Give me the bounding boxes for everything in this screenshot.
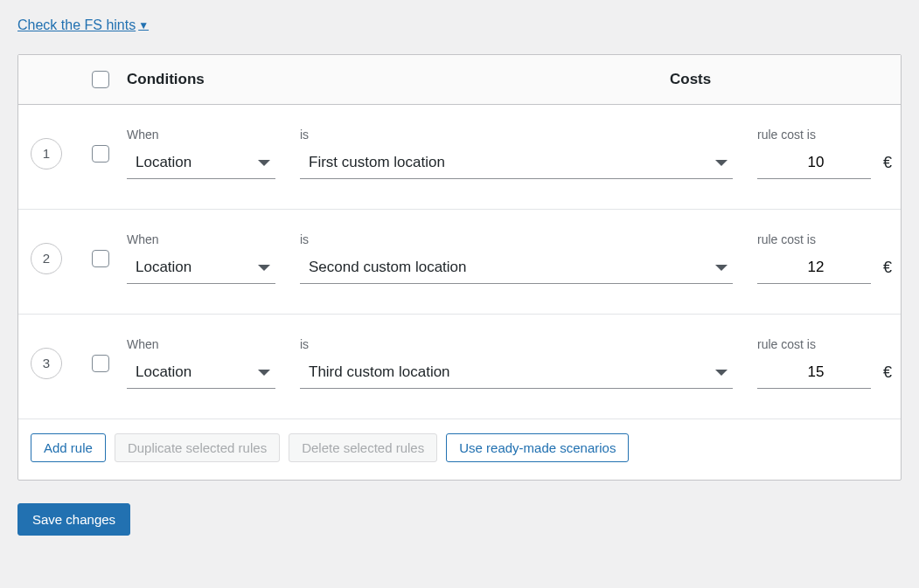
conditions-header: Conditions bbox=[127, 71, 205, 87]
is-label: is bbox=[300, 337, 733, 351]
rule-checkbox[interactable] bbox=[92, 250, 109, 267]
select-all-checkbox[interactable] bbox=[92, 71, 109, 88]
cost-label: rule cost is bbox=[757, 128, 888, 142]
rules-table: Conditions Costs 1 When Location is bbox=[17, 54, 902, 481]
chevron-down-icon bbox=[715, 265, 728, 271]
table-header: Conditions Costs bbox=[18, 55, 901, 105]
chevron-down-icon bbox=[258, 160, 270, 166]
rule-number-badge: 3 bbox=[31, 348, 62, 379]
rule-checkbox[interactable] bbox=[92, 145, 109, 163]
chevron-down-icon bbox=[258, 265, 270, 271]
chevron-down-icon bbox=[715, 160, 728, 166]
when-label: When bbox=[127, 337, 275, 351]
is-select[interactable]: Third custom location bbox=[300, 358, 733, 389]
table-actions: Add rule Duplicate selected rules Delete… bbox=[18, 419, 901, 480]
chevron-down-icon bbox=[258, 370, 270, 376]
cost-label: rule cost is bbox=[757, 232, 888, 246]
currency-symbol: € bbox=[883, 154, 892, 179]
when-value: Location bbox=[136, 259, 191, 276]
is-value: Third custom location bbox=[309, 363, 450, 381]
when-select[interactable]: Location bbox=[127, 253, 275, 284]
is-label: is bbox=[300, 128, 733, 142]
chevron-down-icon: ▼ bbox=[138, 19, 149, 31]
rule-row: 1 When Location is First custom location bbox=[18, 105, 901, 210]
cost-input[interactable] bbox=[757, 149, 871, 179]
when-select[interactable]: Location bbox=[127, 358, 275, 389]
duplicate-rules-button[interactable]: Duplicate selected rules bbox=[115, 433, 280, 462]
rule-row: 2 When Location is Second custom locatio… bbox=[18, 210, 901, 315]
cost-input[interactable] bbox=[757, 358, 871, 389]
is-select[interactable]: First custom location bbox=[300, 149, 733, 179]
is-select[interactable]: Second custom location bbox=[300, 253, 733, 284]
when-value: Location bbox=[136, 363, 191, 381]
currency-symbol: € bbox=[883, 259, 892, 284]
when-value: Location bbox=[136, 154, 191, 171]
costs-header: Costs bbox=[670, 71, 711, 87]
currency-symbol: € bbox=[883, 363, 892, 389]
rule-number-badge: 2 bbox=[31, 243, 62, 274]
use-scenarios-button[interactable]: Use ready-made scenarios bbox=[446, 433, 629, 462]
rule-row: 3 When Location is Third custom location bbox=[18, 315, 901, 419]
is-value: Second custom location bbox=[309, 259, 467, 276]
fs-hints-link[interactable]: Check the FS hints ▼ bbox=[17, 17, 149, 33]
rule-number-badge: 1 bbox=[31, 138, 62, 169]
cost-input[interactable] bbox=[757, 253, 871, 284]
is-label: is bbox=[300, 232, 733, 246]
delete-rules-button[interactable]: Delete selected rules bbox=[289, 433, 437, 462]
cost-label: rule cost is bbox=[757, 337, 888, 351]
save-changes-button[interactable]: Save changes bbox=[17, 503, 130, 536]
add-rule-button[interactable]: Add rule bbox=[31, 433, 106, 462]
chevron-down-icon bbox=[715, 370, 728, 376]
when-select[interactable]: Location bbox=[127, 149, 275, 179]
fs-hints-label: Check the FS hints bbox=[17, 17, 136, 33]
is-value: First custom location bbox=[309, 154, 445, 171]
when-label: When bbox=[127, 128, 275, 142]
rule-checkbox[interactable] bbox=[92, 355, 109, 372]
when-label: When bbox=[127, 232, 275, 246]
